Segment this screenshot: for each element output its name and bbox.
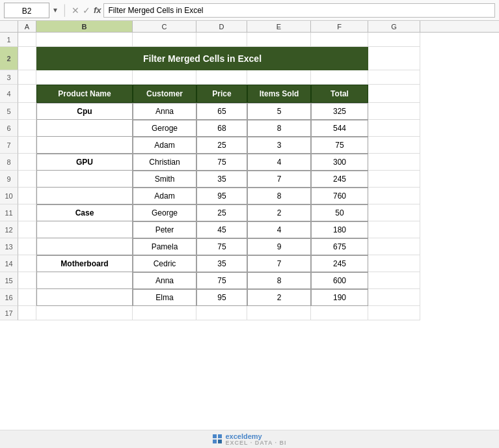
total-anna2[interactable]: 600 xyxy=(311,272,368,289)
product-gpu-3[interactable] xyxy=(36,188,133,204)
cancel-icon[interactable]: ✕ xyxy=(72,5,79,16)
cell-g3[interactable] xyxy=(368,70,420,85)
items-anna2[interactable]: 8 xyxy=(247,272,311,289)
items-peter[interactable]: 4 xyxy=(247,221,311,238)
product-motherboard-3[interactable] xyxy=(36,289,133,306)
items-adam2[interactable]: 8 xyxy=(247,188,311,204)
cell-a1[interactable] xyxy=(18,33,36,47)
customer-christian[interactable]: Christian xyxy=(133,154,196,171)
cell-g10[interactable] xyxy=(368,188,420,204)
cell-g5[interactable] xyxy=(368,103,420,120)
cell-a2[interactable] xyxy=(18,47,36,70)
cell-c3[interactable] xyxy=(133,70,196,85)
customer-geroge[interactable]: Geroge xyxy=(133,120,196,137)
product-gpu-2[interactable] xyxy=(36,171,133,188)
formula-bar-dropdown-icon[interactable]: ▼ xyxy=(52,7,59,14)
cell-g9[interactable] xyxy=(368,171,420,188)
cell-g2[interactable] xyxy=(368,47,420,70)
customer-george[interactable]: George xyxy=(133,204,196,221)
product-motherboard-2[interactable] xyxy=(36,272,133,289)
cell-a7[interactable] xyxy=(18,137,36,154)
cell-b17[interactable] xyxy=(36,306,133,320)
items-anna[interactable]: 5 xyxy=(247,103,311,120)
price-adam1[interactable]: 25 xyxy=(196,137,247,154)
price-elma[interactable]: 95 xyxy=(196,289,247,306)
product-cpu-3[interactable] xyxy=(36,137,133,154)
total-adam2[interactable]: 760 xyxy=(311,188,368,204)
cell-g11[interactable] xyxy=(368,204,420,221)
cell-e1[interactable] xyxy=(247,33,311,47)
total-cedric[interactable]: 245 xyxy=(311,255,368,272)
cell-a14[interactable] xyxy=(18,255,36,272)
total-geroge[interactable]: 544 xyxy=(311,120,368,137)
price-adam2[interactable]: 95 xyxy=(196,188,247,204)
cell-g6[interactable] xyxy=(368,120,420,137)
cell-a13[interactable] xyxy=(18,238,36,255)
product-case-2[interactable] xyxy=(36,221,133,238)
customer-adam1[interactable]: Adam xyxy=(133,137,196,154)
items-elma[interactable]: 2 xyxy=(247,289,311,306)
cell-a6[interactable] xyxy=(18,120,36,137)
cell-g1[interactable] xyxy=(368,33,420,47)
cell-a15[interactable] xyxy=(18,272,36,289)
product-gpu[interactable]: GPU xyxy=(36,154,133,171)
customer-smith[interactable]: Smith xyxy=(133,171,196,188)
total-pamela[interactable]: 675 xyxy=(311,238,368,255)
total-elma[interactable]: 190 xyxy=(311,289,368,306)
confirm-icon[interactable]: ✓ xyxy=(83,5,90,16)
product-case-3[interactable] xyxy=(36,238,133,255)
cell-e3[interactable] xyxy=(247,70,311,85)
cell-a12[interactable] xyxy=(18,221,36,238)
items-george[interactable]: 2 xyxy=(247,204,311,221)
cell-a5[interactable] xyxy=(18,103,36,120)
cell-a3[interactable] xyxy=(18,70,36,85)
total-george[interactable]: 50 xyxy=(311,204,368,221)
price-anna[interactable]: 65 xyxy=(196,103,247,120)
product-cpu[interactable]: Cpu xyxy=(36,103,133,120)
cell-e17[interactable] xyxy=(247,306,311,320)
items-pamela[interactable]: 9 xyxy=(247,238,311,255)
items-cedric[interactable]: 7 xyxy=(247,255,311,272)
cell-c1[interactable] xyxy=(133,33,196,47)
total-peter[interactable]: 180 xyxy=(311,221,368,238)
cell-a4[interactable] xyxy=(18,85,36,103)
price-pamela[interactable]: 75 xyxy=(196,238,247,255)
items-smith[interactable]: 7 xyxy=(247,171,311,188)
price-geroge[interactable]: 68 xyxy=(196,120,247,137)
customer-cedric[interactable]: Cedric xyxy=(133,255,196,272)
cell-a10[interactable] xyxy=(18,188,36,204)
title-cell[interactable]: Filter Merged Cells in Excel xyxy=(36,47,368,70)
cell-g13[interactable] xyxy=(368,238,420,255)
cell-g17[interactable] xyxy=(368,306,420,320)
price-george[interactable]: 25 xyxy=(196,204,247,221)
price-christian[interactable]: 75 xyxy=(196,154,247,171)
cell-a17[interactable] xyxy=(18,306,36,320)
cell-g4[interactable] xyxy=(368,85,420,103)
customer-elma[interactable]: Elma xyxy=(133,289,196,306)
cell-c17[interactable] xyxy=(133,306,196,320)
cell-f17[interactable] xyxy=(311,306,368,320)
product-cpu-2[interactable] xyxy=(36,120,133,137)
price-cedric[interactable]: 35 xyxy=(196,255,247,272)
total-anna[interactable]: 325 xyxy=(311,103,368,120)
cell-d1[interactable] xyxy=(196,33,247,47)
cell-a16[interactable] xyxy=(18,289,36,306)
product-motherboard[interactable]: Motherboard xyxy=(36,255,133,272)
customer-adam2[interactable]: Adam xyxy=(133,188,196,204)
customer-peter[interactable]: Peter xyxy=(133,221,196,238)
price-peter[interactable]: 45 xyxy=(196,221,247,238)
cell-reference-box[interactable]: B2 xyxy=(4,3,49,18)
price-anna2[interactable]: 75 xyxy=(196,272,247,289)
total-christian[interactable]: 300 xyxy=(311,154,368,171)
cell-a11[interactable] xyxy=(18,204,36,221)
cell-g15[interactable] xyxy=(368,272,420,289)
cell-b3[interactable] xyxy=(36,70,133,85)
product-case[interactable]: Case xyxy=(36,204,133,221)
cell-g14[interactable] xyxy=(368,255,420,272)
customer-anna[interactable]: Anna xyxy=(133,103,196,120)
cell-b1[interactable] xyxy=(36,33,133,47)
items-adam1[interactable]: 3 xyxy=(247,137,311,154)
function-icon[interactable]: fx xyxy=(94,5,101,15)
cell-f1[interactable] xyxy=(311,33,368,47)
cell-f3[interactable] xyxy=(311,70,368,85)
